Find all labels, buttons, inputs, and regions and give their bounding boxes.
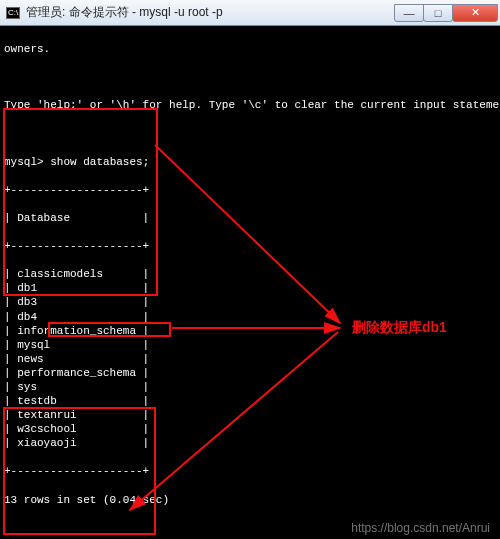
minimize-icon: — bbox=[404, 7, 415, 19]
window-title: 管理员: 命令提示符 - mysql -u root -p bbox=[26, 4, 394, 21]
cmd-show1: show databases; bbox=[50, 156, 149, 168]
db-row: | db1 | bbox=[4, 281, 496, 295]
cmd-icon: C:\ bbox=[6, 7, 20, 19]
db-row: | xiaoyaoji | bbox=[4, 436, 496, 450]
prompt-text: mysql> bbox=[4, 156, 44, 168]
db-row: | performance_schema | bbox=[4, 366, 496, 380]
window-titlebar: C:\ 管理员: 命令提示符 - mysql -u root -p — □ ✕ bbox=[0, 0, 500, 26]
db-row: | mysql | bbox=[4, 338, 496, 352]
blank bbox=[4, 127, 496, 141]
window-controls: — □ ✕ bbox=[394, 4, 498, 22]
blank bbox=[4, 70, 496, 84]
col-header: | Database | bbox=[4, 211, 496, 225]
db-row: | w3cschool | bbox=[4, 422, 496, 436]
db-row: | textanrui | bbox=[4, 408, 496, 422]
sep: +--------------------+ bbox=[4, 239, 496, 253]
close-icon: ✕ bbox=[471, 6, 480, 19]
sep: +--------------------+ bbox=[4, 183, 496, 197]
terminal-output[interactable]: owners. Type 'help;' or '\h' for help. T… bbox=[0, 26, 500, 539]
close-button[interactable]: ✕ bbox=[452, 4, 498, 22]
watermark: https://blog.csdn.net/Anrui bbox=[351, 521, 490, 535]
maximize-icon: □ bbox=[435, 7, 442, 19]
db-row: | classicmodels | bbox=[4, 267, 496, 281]
cmd-icon-label: C:\ bbox=[8, 9, 18, 17]
maximize-button[interactable]: □ bbox=[423, 4, 453, 22]
db-row: | news | bbox=[4, 352, 496, 366]
minimize-button[interactable]: — bbox=[394, 4, 424, 22]
help-line: Type 'help;' or '\h' for help. Type '\c'… bbox=[4, 98, 496, 112]
db-row: | sys | bbox=[4, 380, 496, 394]
annotation-label: 删除数据库db1 bbox=[352, 319, 447, 337]
sep: +--------------------+ bbox=[4, 464, 496, 478]
db-row: | testdb | bbox=[4, 394, 496, 408]
rows1: 13 rows in set (0.04 sec) bbox=[4, 493, 496, 507]
owners-line: owners. bbox=[4, 42, 496, 56]
prompt-show1: mysql> show databases; bbox=[4, 155, 496, 169]
db-row: | db3 | bbox=[4, 295, 496, 309]
